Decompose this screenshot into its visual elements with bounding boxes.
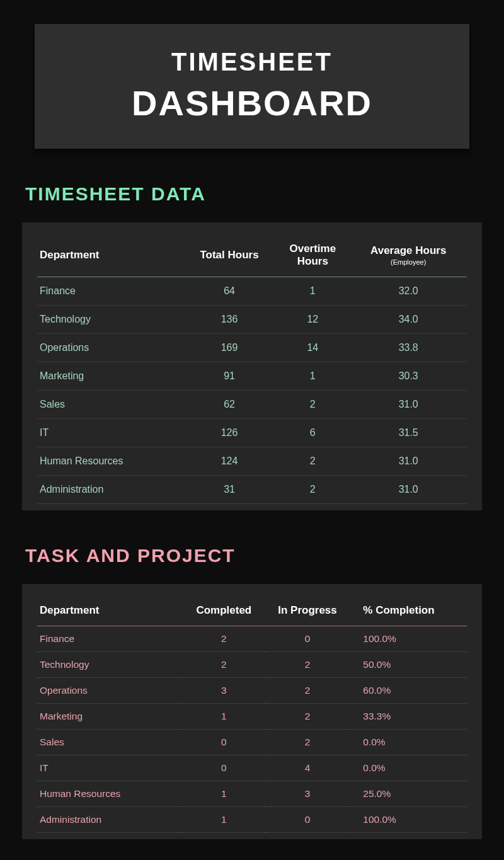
table-cell: 0.0% [350, 755, 467, 781]
table-row: IT040.0% [37, 755, 467, 781]
table-cell: Sales [37, 391, 183, 419]
table-cell: Technology [37, 306, 183, 334]
table-cell: 2 [183, 652, 265, 678]
timesheet-table: Department Total Hours Overtime Hours Av… [37, 236, 467, 504]
col-department: Department [37, 236, 183, 277]
table-cell: 32.0 [350, 277, 467, 306]
col-completed: Completed [183, 598, 265, 626]
col-overtime-hours: Overtime Hours [275, 236, 350, 277]
table-cell: Administration [37, 476, 183, 504]
table-cell: 2 [183, 626, 265, 652]
header-title-line1: TIMESHEET [47, 48, 457, 76]
table-cell: 33.3% [350, 704, 467, 730]
table-row: Administration10100.0% [37, 807, 467, 833]
table-cell: 50.0% [350, 652, 467, 678]
table-cell: Administration [37, 807, 183, 833]
col-total-hours: Total Hours [183, 236, 275, 277]
table-cell: Operations [37, 334, 183, 362]
table-cell: 60.0% [350, 678, 467, 704]
table-row: Administration31231.0 [37, 476, 467, 504]
task-section-title: TASK AND PROJECT [25, 545, 482, 566]
task-table-container: Department Completed In Progress % Compl… [22, 584, 482, 839]
task-table: Department Completed In Progress % Compl… [37, 598, 467, 833]
table-row: Technology2250.0% [37, 652, 467, 678]
table-row: Sales020.0% [37, 730, 467, 755]
timesheet-table-container: Department Total Hours Overtime Hours Av… [22, 222, 482, 510]
table-cell: 31.0 [350, 391, 467, 419]
col-completion-pct: % Completion [350, 598, 467, 626]
table-cell: 2 [265, 678, 351, 704]
table-cell: 34.0 [350, 306, 467, 334]
table-cell: 1 [183, 704, 265, 730]
table-cell: 62 [183, 391, 275, 419]
table-cell: 12 [275, 306, 350, 334]
table-cell: 1 [183, 807, 265, 833]
table-cell: 100.0% [350, 626, 467, 652]
table-cell: 0 [265, 626, 351, 652]
table-cell: 30.3 [350, 362, 467, 391]
table-row: Marketing1233.3% [37, 704, 467, 730]
table-cell: 6 [275, 419, 350, 447]
table-cell: 64 [183, 277, 275, 306]
table-cell: 2 [265, 652, 351, 678]
table-cell: 2 [275, 447, 350, 476]
table-cell: 2 [265, 704, 351, 730]
table-row: IT126631.5 [37, 419, 467, 447]
table-cell: Operations [37, 678, 183, 704]
table-cell: 1 [275, 362, 350, 391]
table-cell: 1 [275, 277, 350, 306]
table-row: Finance20100.0% [37, 626, 467, 652]
table-cell: IT [37, 419, 183, 447]
table-header-row: Department Completed In Progress % Compl… [37, 598, 467, 626]
table-row: Finance64132.0 [37, 277, 467, 306]
table-cell: 169 [183, 334, 275, 362]
table-row: Marketing91130.3 [37, 362, 467, 391]
table-cell: 1 [183, 781, 265, 807]
table-cell: 14 [275, 334, 350, 362]
col-in-progress: In Progress [265, 598, 351, 626]
table-header-row: Department Total Hours Overtime Hours Av… [37, 236, 467, 277]
table-cell: Human Resources [37, 781, 183, 807]
table-cell: 0.0% [350, 730, 467, 755]
table-cell: 0 [183, 755, 265, 781]
header-title-line2: DASHBOARD [47, 83, 457, 123]
table-row: Operations3260.0% [37, 678, 467, 704]
table-cell: 126 [183, 419, 275, 447]
table-cell: 31.5 [350, 419, 467, 447]
table-cell: Sales [37, 730, 183, 755]
table-row: Technology1361234.0 [37, 306, 467, 334]
table-cell: 4 [265, 755, 351, 781]
table-cell: 33.8 [350, 334, 467, 362]
timesheet-section-title: TIMESHEET DATA [25, 183, 482, 205]
table-cell: 31.0 [350, 447, 467, 476]
dashboard-header: TIMESHEET DASHBOARD [35, 24, 469, 149]
table-cell: 2 [275, 391, 350, 419]
col-department: Department [37, 598, 183, 626]
table-row: Human Resources124231.0 [37, 447, 467, 476]
table-cell: 25.0% [350, 781, 467, 807]
table-cell: 31.0 [350, 476, 467, 504]
table-cell: Finance [37, 277, 183, 306]
table-cell: 0 [265, 807, 351, 833]
table-row: Human Resources1325.0% [37, 781, 467, 807]
table-cell: Human Resources [37, 447, 183, 476]
table-cell: 0 [183, 730, 265, 755]
table-cell: 3 [183, 678, 265, 704]
table-cell: Marketing [37, 704, 183, 730]
table-cell: 136 [183, 306, 275, 334]
table-cell: Technology [37, 652, 183, 678]
table-cell: 91 [183, 362, 275, 391]
table-cell: Marketing [37, 362, 183, 391]
table-row: Operations1691433.8 [37, 334, 467, 362]
table-cell: 2 [275, 476, 350, 504]
table-cell: 3 [265, 781, 351, 807]
table-cell: 2 [265, 730, 351, 755]
table-cell: 124 [183, 447, 275, 476]
table-cell: 31 [183, 476, 275, 504]
table-cell: IT [37, 755, 183, 781]
table-cell: Finance [37, 626, 183, 652]
col-average-hours: Average Hours (Employee) [350, 236, 467, 277]
table-row: Sales62231.0 [37, 391, 467, 419]
table-cell: 100.0% [350, 807, 467, 833]
